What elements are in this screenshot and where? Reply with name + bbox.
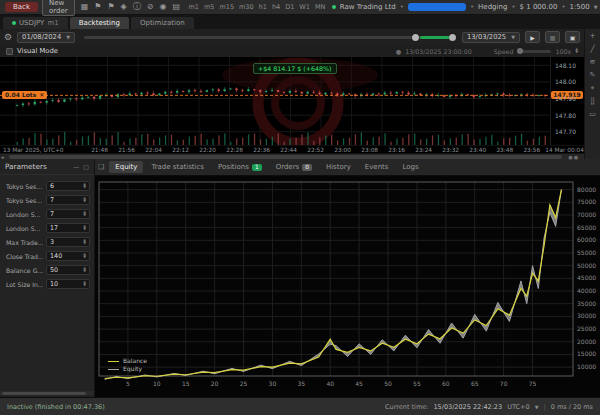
results-tab-positions[interactable]: Positions1 bbox=[212, 161, 268, 173]
parameter-input[interactable]: 7▲▼ bbox=[46, 195, 90, 205]
tab-backtesting[interactable]: Backtesting bbox=[70, 17, 129, 29]
scrollbar-thumb[interactable] bbox=[9, 155, 562, 159]
timeframe-d1[interactable]: D1 bbox=[283, 3, 297, 11]
stepper-down-icon[interactable]: ▼ bbox=[83, 200, 86, 203]
timezone-value[interactable]: UTC+0 bbox=[507, 403, 529, 411]
timeframe-h1[interactable]: h1 bbox=[256, 3, 269, 11]
parameter-stepper[interactable]: ▲▼ bbox=[83, 183, 86, 189]
parameter-stepper[interactable]: ▲▼ bbox=[83, 225, 86, 231]
parameter-stepper[interactable]: ▲▼ bbox=[83, 239, 86, 245]
position-close-icon[interactable]: ✕ bbox=[39, 91, 44, 98]
settings-gear-icon[interactable]: ⚙ bbox=[4, 32, 12, 42]
parameter-row: Close Trad...140▲▼ bbox=[6, 251, 90, 261]
stop-button[interactable]: ■ bbox=[545, 31, 560, 43]
parameter-input[interactable]: 7▲▼ bbox=[46, 209, 90, 219]
note-icon[interactable]: ▭ bbox=[589, 111, 596, 118]
minimize-panel-icon[interactable]: — bbox=[73, 163, 79, 170]
timezone-caret[interactable]: ▼ bbox=[535, 404, 539, 410]
equity-chart-canvas[interactable]: 1000015000200002500030000350004000045000… bbox=[95, 176, 600, 397]
parameter-input[interactable]: 10▲▼ bbox=[46, 279, 90, 289]
results-tab-events[interactable]: Events bbox=[359, 161, 395, 173]
time-tick: 22:12 bbox=[167, 147, 194, 153]
timeframe-m15[interactable]: m15 bbox=[217, 3, 237, 11]
speed-slider-handle[interactable] bbox=[517, 48, 523, 54]
crosshair-icon[interactable]: + bbox=[590, 33, 596, 40]
brush-icon[interactable]: ✎ bbox=[590, 72, 596, 79]
hide-panels-icon[interactable]: ▤ bbox=[170, 3, 182, 11]
results-tab-history[interactable]: History bbox=[320, 161, 357, 173]
magnet-icon[interactable]: ⌖ bbox=[591, 85, 595, 92]
stepper-down-icon[interactable]: ▼ bbox=[83, 284, 86, 287]
parameter-stepper[interactable]: ▲▼ bbox=[83, 211, 86, 217]
parameter-input[interactable]: 6▲▼ bbox=[46, 181, 90, 191]
watchlist-eye-icon[interactable]: ◉ bbox=[157, 3, 168, 11]
trendline-icon[interactable]: ╱ bbox=[590, 46, 594, 53]
progress-handle-right[interactable] bbox=[449, 34, 456, 41]
parameter-stepper[interactable]: ▲▼ bbox=[83, 267, 86, 273]
info-icon[interactable]: ⓘ bbox=[131, 3, 143, 11]
fibonacci-icon[interactable]: ≋ bbox=[590, 59, 596, 66]
new-order-button[interactable]: New order bbox=[42, 0, 75, 16]
parameter-label: Close Trad... bbox=[6, 253, 43, 260]
price-chart[interactable]: 147.919 148.10148.00147.90147.80147.70 +… bbox=[0, 57, 584, 145]
timeframe-h4[interactable]: h4 bbox=[269, 3, 282, 11]
parameter-list: Tokyo Ses...6▲▼Tokyo Ses...7▲▼London S..… bbox=[0, 175, 94, 289]
workspace-grid-icon[interactable]: ▦ bbox=[79, 3, 91, 11]
parameter-stepper[interactable]: ▲▼ bbox=[83, 281, 86, 287]
progress-handle-left[interactable] bbox=[412, 34, 419, 41]
stepper-down-icon[interactable]: ▼ bbox=[83, 256, 86, 259]
scrollbar-resize-dots[interactable]: ●● bbox=[568, 154, 579, 160]
parameter-stepper[interactable]: ▲▼ bbox=[83, 253, 86, 259]
equity-chart[interactable]: 1000015000200002500030000350004000045000… bbox=[95, 176, 600, 397]
parameter-input[interactable]: 17▲▼ bbox=[46, 223, 90, 233]
backtest-progress-slider[interactable] bbox=[84, 36, 453, 39]
parameters-scrollbar[interactable] bbox=[0, 391, 94, 395]
account-info[interactable]: Raw Trading Ltd • • Hedging • $ 1 000.00… bbox=[332, 3, 598, 11]
panel-layout-button[interactable]: ▣ bbox=[565, 31, 580, 43]
sound-alerts-icon[interactable]: ◈ bbox=[119, 3, 129, 11]
parameter-stepper[interactable]: ▲▼ bbox=[83, 197, 86, 203]
results-tab-orders[interactable]: Orders0 bbox=[270, 161, 318, 173]
results-tab-equity[interactable]: Equity bbox=[109, 161, 143, 173]
stepper-down-icon[interactable]: ▼ bbox=[83, 270, 86, 273]
chart-scrollbar[interactable]: ◂ ●● bbox=[0, 153, 584, 159]
separator-dot: • bbox=[561, 3, 565, 11]
stepper-down-icon[interactable]: ▼ bbox=[83, 186, 86, 189]
end-date-input[interactable]: 13/03/2025 ▼ bbox=[462, 32, 520, 43]
indicators-icon[interactable]: ⣿ bbox=[590, 98, 595, 105]
timeframe-m1[interactable]: m1 bbox=[186, 3, 201, 11]
parameter-label: Tokyo Ses... bbox=[6, 183, 43, 190]
svg-text:75000: 75000 bbox=[577, 198, 596, 205]
flag-marker2-icon[interactable]: ⚑ bbox=[105, 3, 116, 11]
position-badge[interactable]: 0.04 Lots ✕ bbox=[2, 91, 47, 99]
stepper-down-icon[interactable]: ▼ bbox=[83, 214, 86, 217]
timeframe-m5[interactable]: m5 bbox=[201, 3, 216, 11]
parameter-input[interactable]: 3▲▼ bbox=[46, 237, 90, 247]
speed-slider[interactable] bbox=[517, 50, 551, 53]
timeframe-mn[interactable]: MN bbox=[312, 3, 327, 11]
svg-text:30000: 30000 bbox=[577, 312, 596, 319]
results-tab-logs[interactable]: Logs bbox=[396, 161, 424, 173]
timeframe-w1[interactable]: W1 bbox=[297, 3, 313, 11]
parameter-input[interactable]: 50▲▼ bbox=[46, 265, 90, 275]
stepper-down-icon[interactable]: ▼ bbox=[83, 228, 86, 231]
time-tick: 23:00 bbox=[329, 147, 356, 153]
visual-mode-checkbox[interactable] bbox=[6, 48, 13, 55]
account-dropdown-caret[interactable]: ▼ bbox=[594, 4, 598, 10]
start-date-input[interactable]: 01/08/2024 ▼ bbox=[17, 32, 75, 43]
scroll-left-arrow[interactable]: ◂ bbox=[1, 154, 4, 160]
back-button[interactable]: Back bbox=[5, 2, 38, 12]
flag-marker-icon[interactable]: ⚑ bbox=[92, 3, 103, 11]
stepper-down-icon[interactable]: ▼ bbox=[83, 242, 86, 245]
parameter-input[interactable]: 140▲▼ bbox=[46, 251, 90, 261]
popout-panel-icon[interactable]: ▢ bbox=[83, 163, 89, 170]
disconnect-icon[interactable]: ⊘ bbox=[145, 3, 156, 11]
tab-optimization[interactable]: Optimization bbox=[131, 17, 194, 29]
speed-stepper[interactable]: ▲▼ bbox=[575, 48, 578, 54]
results-tab-trade-statistics[interactable]: Trade statistics bbox=[145, 161, 210, 173]
parameter-label: Lot Size In... bbox=[6, 281, 43, 288]
play-button[interactable]: ▶ bbox=[525, 31, 540, 43]
panel-toggle-icon[interactable]: ❏ bbox=[98, 163, 104, 171]
timeframe-m30[interactable]: m30 bbox=[237, 3, 257, 11]
tab-symbol-usdjpy[interactable]: USDJPY m1 bbox=[3, 17, 68, 29]
